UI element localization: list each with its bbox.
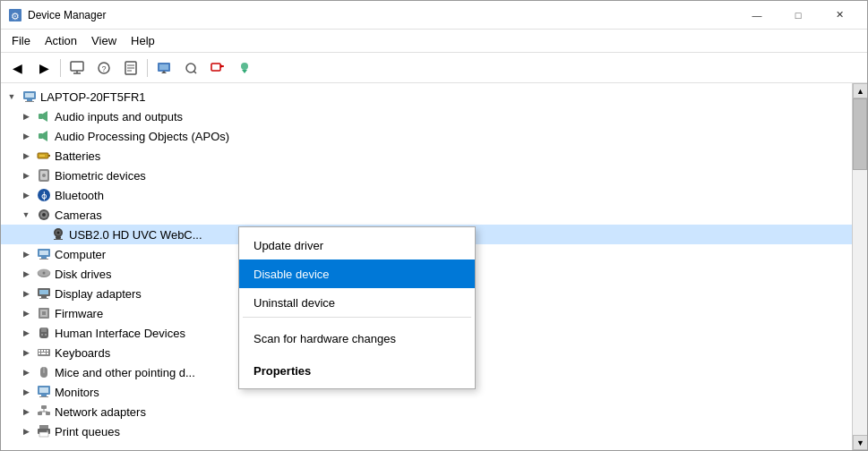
svg-rect-25 <box>39 114 43 119</box>
toolbar-install[interactable] <box>232 55 257 81</box>
tree-item-cameras-label: Cameras <box>55 208 102 222</box>
network-icon <box>37 404 51 419</box>
svg-point-34 <box>42 174 46 177</box>
scrollbar-thumb[interactable] <box>853 98 867 170</box>
maximize-button[interactable]: □ <box>778 1 819 30</box>
svg-rect-68 <box>39 353 40 354</box>
expand-computer[interactable]: ▶ <box>19 247 33 261</box>
ctx-scan-hardware[interactable]: Scan for hardware changes <box>239 324 475 353</box>
svg-rect-46 <box>39 251 48 255</box>
tree-item-batteries[interactable]: ▶ Batteries <box>1 146 852 166</box>
toolbar-collapse[interactable] <box>64 55 90 81</box>
svg-text:ɸ: ɸ <box>41 191 47 200</box>
menu-file[interactable]: File <box>4 32 38 49</box>
tree-item-biometric-label: Biometric devices <box>55 169 146 183</box>
expand-root[interactable]: ▼ <box>4 89 19 104</box>
tree-item-bluetooth-label: Bluetooth <box>55 189 104 202</box>
ctx-disable-device[interactable]: Disable device <box>239 260 475 288</box>
svg-point-51 <box>43 272 46 275</box>
battery-icon <box>37 149 51 163</box>
scrollbar-track[interactable] <box>853 98 867 435</box>
tree-item-biometric[interactable]: ▶ Biometric devices <box>1 166 852 185</box>
expand-apo[interactable]: ▶ <box>19 129 33 143</box>
expand-disk[interactable]: ▶ <box>19 267 33 281</box>
webcam-icon <box>51 227 65 242</box>
toolbar-forward[interactable]: ▶ <box>31 55 56 81</box>
scrollbar-up[interactable]: ▲ <box>853 83 867 98</box>
toolbar-scan[interactable] <box>178 55 203 81</box>
svg-rect-22 <box>25 93 34 98</box>
svg-rect-77 <box>39 396 48 397</box>
computer-icon <box>22 89 37 104</box>
tree-item-webcam-label: USB2.0 HD UVC WebC... <box>69 228 202 242</box>
tree-item-disk-label: Disk drives <box>55 268 112 281</box>
svg-rect-64 <box>39 350 40 352</box>
svg-text:⚙: ⚙ <box>11 11 20 21</box>
toolbar-help[interactable]: ? <box>91 55 116 81</box>
menu-view[interactable]: View <box>84 32 124 49</box>
ctx-uninstall-device[interactable]: Uninstall device <box>239 288 475 317</box>
tree-root[interactable]: ▼ LAPTOP-20FT5FR1 <box>1 87 852 106</box>
expand-display[interactable]: ▶ <box>19 286 33 301</box>
svg-rect-2 <box>71 62 83 71</box>
scrollbar-down[interactable]: ▼ <box>853 435 867 450</box>
ctx-update-driver[interactable]: Update driver <box>239 231 475 260</box>
expand-firmware[interactable]: ▶ <box>19 306 33 320</box>
biometric-icon <box>37 168 51 183</box>
svg-rect-67 <box>47 350 48 352</box>
tree-item-bluetooth[interactable]: ▶ ɸ Bluetooth <box>1 185 852 205</box>
expand-cameras[interactable]: ▼ <box>19 208 33 222</box>
toolbar-back[interactable]: ◀ <box>4 55 30 81</box>
svg-rect-31 <box>39 155 45 157</box>
expand-print[interactable]: ▶ <box>19 424 33 438</box>
toolbar-properties[interactable] <box>118 55 143 81</box>
tree-item-display-label: Display adapters <box>55 287 142 301</box>
display-icon <box>37 286 51 301</box>
tree-item-monitors-label: Monitors <box>55 386 99 399</box>
svg-marker-20 <box>242 70 247 73</box>
svg-point-42 <box>57 232 60 234</box>
svg-rect-84 <box>39 425 48 429</box>
toolbar-update[interactable] <box>151 55 176 81</box>
svg-rect-12 <box>159 64 168 70</box>
expand-hid[interactable]: ▶ <box>19 326 33 340</box>
svg-rect-76 <box>41 395 47 396</box>
tree-item-audio-label: Audio inputs and outputs <box>55 110 183 123</box>
svg-rect-30 <box>48 155 50 157</box>
expand-bluetooth[interactable]: ▶ <box>19 188 33 202</box>
expand-biometric[interactable]: ▶ <box>19 168 33 183</box>
tree-item-apo[interactable]: ▶ Audio Processing Objects (APOs) <box>1 126 852 146</box>
tree-item-cameras[interactable]: ▼ Cameras <box>1 205 852 225</box>
expand-monitors[interactable]: ▶ <box>19 385 33 399</box>
svg-rect-70 <box>47 353 48 354</box>
minimize-button[interactable]: — <box>736 1 778 30</box>
expand-mice[interactable]: ▶ <box>19 365 33 379</box>
scrollbar[interactable]: ▲ ▼ <box>852 83 867 450</box>
menu-help[interactable]: Help <box>124 32 162 49</box>
app-icon: ⚙ <box>8 8 22 22</box>
context-menu: Update driver Disable device Uninstall d… <box>238 226 476 389</box>
svg-rect-60 <box>41 328 47 332</box>
expand-keyboards[interactable]: ▶ <box>19 345 33 360</box>
tree-item-audio[interactable]: ▶ Audio inputs and outputs <box>1 106 852 126</box>
expand-webcam <box>33 227 47 242</box>
expand-audio[interactable]: ▶ <box>19 109 33 123</box>
svg-rect-86 <box>39 432 48 437</box>
menu-action[interactable]: Action <box>38 32 84 49</box>
tree-panel[interactable]: ▼ LAPTOP-20FT5FR1 ▶ Audio inputs and out… <box>1 83 852 450</box>
close-button[interactable]: ✕ <box>819 1 860 30</box>
svg-rect-44 <box>54 239 63 240</box>
svg-rect-69 <box>41 353 46 354</box>
svg-marker-28 <box>43 131 47 141</box>
svg-rect-47 <box>41 257 47 259</box>
tree-item-network-label: Network adapters <box>55 405 146 419</box>
ctx-properties[interactable]: Properties <box>239 356 475 385</box>
tree-item-print[interactable]: ▶ Print queues <box>1 421 852 441</box>
tree-item-batteries-label: Batteries <box>55 149 100 163</box>
expand-batteries[interactable]: ▶ <box>19 149 33 163</box>
audio-icon <box>37 109 51 123</box>
toolbar-remove[interactable] <box>205 55 230 81</box>
expand-network[interactable]: ▶ <box>19 404 33 419</box>
tree-item-network[interactable]: ▶ Network adapters <box>1 402 852 421</box>
svg-point-39 <box>42 213 46 217</box>
